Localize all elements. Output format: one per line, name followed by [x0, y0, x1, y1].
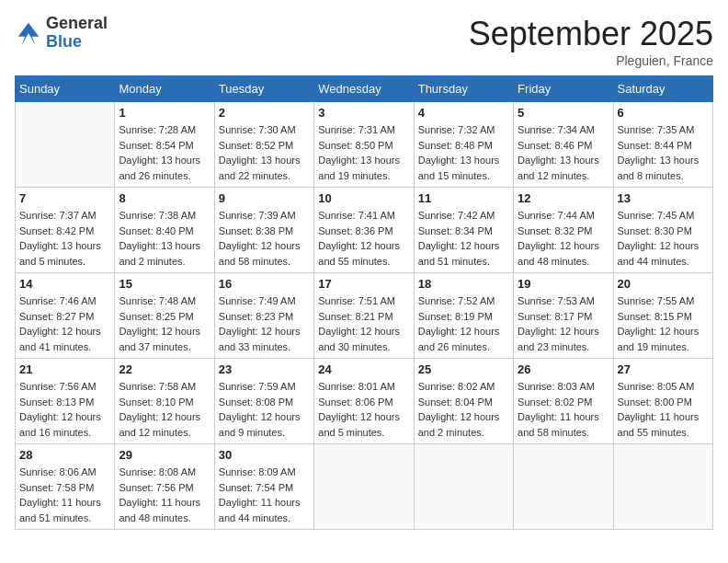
calendar-day-header: Wednesday: [314, 76, 414, 102]
day-number: 15: [119, 277, 210, 291]
calendar-cell: 4Sunrise: 7:32 AMSunset: 8:48 PMDaylight…: [414, 102, 513, 188]
day-info: Sunrise: 7:30 AMSunset: 8:52 PMDaylight:…: [219, 122, 310, 183]
calendar-week-row: 1Sunrise: 7:28 AMSunset: 8:54 PMDaylight…: [16, 102, 713, 188]
day-info: Sunrise: 8:06 AMSunset: 7:58 PMDaylight:…: [19, 465, 110, 525]
day-number: 21: [19, 362, 110, 376]
calendar-cell: 9Sunrise: 7:39 AMSunset: 8:38 PMDaylight…: [214, 188, 313, 273]
calendar-cell: 22Sunrise: 7:58 AMSunset: 8:10 PMDayligh…: [115, 359, 214, 444]
svg-marker-0: [18, 23, 40, 46]
calendar-day-header: Friday: [514, 76, 613, 102]
calendar-cell: 24Sunrise: 8:01 AMSunset: 8:06 PMDayligh…: [314, 359, 414, 444]
calendar-day-header: Tuesday: [214, 76, 313, 102]
month-title: September 2025: [469, 15, 713, 53]
day-info: Sunrise: 7:56 AMSunset: 8:13 PMDaylight:…: [19, 379, 110, 440]
calendar-cell: [414, 444, 513, 530]
calendar-cell: 17Sunrise: 7:51 AMSunset: 8:21 PMDayligh…: [314, 273, 414, 359]
calendar-cell: 23Sunrise: 7:59 AMSunset: 8:08 PMDayligh…: [214, 359, 313, 444]
day-info: Sunrise: 8:08 AMSunset: 7:56 PMDaylight:…: [119, 465, 210, 525]
day-info: Sunrise: 7:51 AMSunset: 8:21 PMDaylight:…: [318, 293, 409, 354]
day-number: 22: [119, 362, 210, 376]
logo: General Blue: [15, 15, 108, 52]
day-info: Sunrise: 7:41 AMSunset: 8:36 PMDaylight:…: [318, 208, 409, 269]
day-info: Sunrise: 8:03 AMSunset: 8:02 PMDaylight:…: [518, 379, 609, 440]
day-number: 6: [618, 106, 709, 120]
calendar-cell: [16, 102, 115, 188]
day-info: Sunrise: 7:39 AMSunset: 8:38 PMDaylight:…: [219, 208, 310, 269]
calendar-cell: 14Sunrise: 7:46 AMSunset: 8:27 PMDayligh…: [16, 273, 115, 359]
calendar-cell: 6Sunrise: 7:35 AMSunset: 8:44 PMDaylight…: [613, 102, 712, 188]
day-info: Sunrise: 7:58 AMSunset: 8:10 PMDaylight:…: [119, 379, 210, 440]
calendar-cell: 13Sunrise: 7:45 AMSunset: 8:30 PMDayligh…: [613, 188, 712, 273]
calendar-cell: 7Sunrise: 7:37 AMSunset: 8:42 PMDaylight…: [16, 188, 115, 273]
day-info: Sunrise: 8:05 AMSunset: 8:00 PMDaylight:…: [618, 379, 709, 440]
calendar-cell: 8Sunrise: 7:38 AMSunset: 8:40 PMDaylight…: [115, 188, 214, 273]
calendar-table: SundayMondayTuesdayWednesdayThursdayFrid…: [15, 75, 713, 530]
day-info: Sunrise: 7:46 AMSunset: 8:27 PMDaylight:…: [19, 293, 110, 354]
day-info: Sunrise: 7:59 AMSunset: 8:08 PMDaylight:…: [219, 379, 310, 440]
day-number: 5: [518, 106, 609, 120]
day-number: 7: [19, 191, 110, 205]
day-number: 25: [418, 362, 509, 376]
day-number: 8: [119, 191, 210, 205]
location: Pleguien, France: [469, 53, 713, 68]
calendar-week-row: 21Sunrise: 7:56 AMSunset: 8:13 PMDayligh…: [16, 359, 713, 444]
logo-general-text: General: [46, 15, 108, 33]
day-info: Sunrise: 7:49 AMSunset: 8:23 PMDaylight:…: [219, 293, 310, 354]
day-info: Sunrise: 7:53 AMSunset: 8:17 PMDaylight:…: [518, 293, 609, 354]
day-number: 1: [119, 106, 210, 120]
calendar-cell: 29Sunrise: 8:08 AMSunset: 7:56 PMDayligh…: [115, 444, 214, 530]
calendar-cell: 28Sunrise: 8:06 AMSunset: 7:58 PMDayligh…: [16, 444, 115, 530]
calendar-cell: 12Sunrise: 7:44 AMSunset: 8:32 PMDayligh…: [514, 188, 613, 273]
day-number: 3: [318, 106, 409, 120]
day-number: 24: [318, 362, 409, 376]
calendar-cell: 11Sunrise: 7:42 AMSunset: 8:34 PMDayligh…: [414, 188, 513, 273]
day-number: 13: [618, 191, 709, 205]
calendar-cell: [613, 444, 712, 530]
day-info: Sunrise: 7:48 AMSunset: 8:25 PMDaylight:…: [119, 293, 210, 354]
calendar-cell: 2Sunrise: 7:30 AMSunset: 8:52 PMDaylight…: [214, 102, 313, 188]
calendar-cell: 3Sunrise: 7:31 AMSunset: 8:50 PMDaylight…: [314, 102, 414, 188]
day-info: Sunrise: 7:52 AMSunset: 8:19 PMDaylight:…: [418, 293, 509, 354]
day-number: 19: [518, 277, 609, 291]
calendar-cell: 21Sunrise: 7:56 AMSunset: 8:13 PMDayligh…: [16, 359, 115, 444]
calendar-day-header: Saturday: [613, 76, 712, 102]
day-number: 14: [19, 277, 110, 291]
calendar-week-row: 7Sunrise: 7:37 AMSunset: 8:42 PMDaylight…: [16, 188, 713, 273]
title-block: September 2025 Pleguien, France: [469, 15, 713, 68]
day-info: Sunrise: 8:02 AMSunset: 8:04 PMDaylight:…: [418, 379, 509, 440]
day-info: Sunrise: 8:09 AMSunset: 7:54 PMDaylight:…: [219, 465, 310, 525]
logo-text: General Blue: [46, 15, 108, 52]
day-number: 10: [318, 191, 409, 205]
day-number: 4: [418, 106, 509, 120]
calendar-cell: 1Sunrise: 7:28 AMSunset: 8:54 PMDaylight…: [115, 102, 214, 188]
day-info: Sunrise: 7:55 AMSunset: 8:15 PMDaylight:…: [618, 293, 709, 354]
calendar-day-header: Monday: [115, 76, 214, 102]
logo-icon: [15, 19, 42, 47]
day-info: Sunrise: 8:01 AMSunset: 8:06 PMDaylight:…: [318, 379, 409, 440]
calendar-cell: 27Sunrise: 8:05 AMSunset: 8:00 PMDayligh…: [613, 359, 712, 444]
calendar-cell: 25Sunrise: 8:02 AMSunset: 8:04 PMDayligh…: [414, 359, 513, 444]
day-info: Sunrise: 7:28 AMSunset: 8:54 PMDaylight:…: [119, 122, 210, 183]
day-number: 9: [219, 191, 310, 205]
calendar-week-row: 28Sunrise: 8:06 AMSunset: 7:58 PMDayligh…: [16, 444, 713, 530]
day-number: 2: [219, 106, 310, 120]
day-number: 27: [618, 362, 709, 376]
calendar-cell: 10Sunrise: 7:41 AMSunset: 8:36 PMDayligh…: [314, 188, 414, 273]
day-info: Sunrise: 7:42 AMSunset: 8:34 PMDaylight:…: [418, 208, 509, 269]
day-number: 12: [518, 191, 609, 205]
day-number: 23: [219, 362, 310, 376]
page-header: General Blue September 2025 Pleguien, Fr…: [15, 15, 713, 68]
day-number: 20: [618, 277, 709, 291]
calendar-cell: 5Sunrise: 7:34 AMSunset: 8:46 PMDaylight…: [514, 102, 613, 188]
day-info: Sunrise: 7:44 AMSunset: 8:32 PMDaylight:…: [518, 208, 609, 269]
calendar-cell: 18Sunrise: 7:52 AMSunset: 8:19 PMDayligh…: [414, 273, 513, 359]
calendar-cell: 19Sunrise: 7:53 AMSunset: 8:17 PMDayligh…: [514, 273, 613, 359]
day-number: 11: [418, 191, 509, 205]
day-info: Sunrise: 7:38 AMSunset: 8:40 PMDaylight:…: [119, 208, 210, 269]
day-info: Sunrise: 7:37 AMSunset: 8:42 PMDaylight:…: [19, 208, 110, 269]
day-number: 16: [219, 277, 310, 291]
calendar-cell: 15Sunrise: 7:48 AMSunset: 8:25 PMDayligh…: [115, 273, 214, 359]
day-number: 30: [219, 448, 310, 462]
day-number: 18: [418, 277, 509, 291]
day-number: 29: [119, 448, 210, 462]
